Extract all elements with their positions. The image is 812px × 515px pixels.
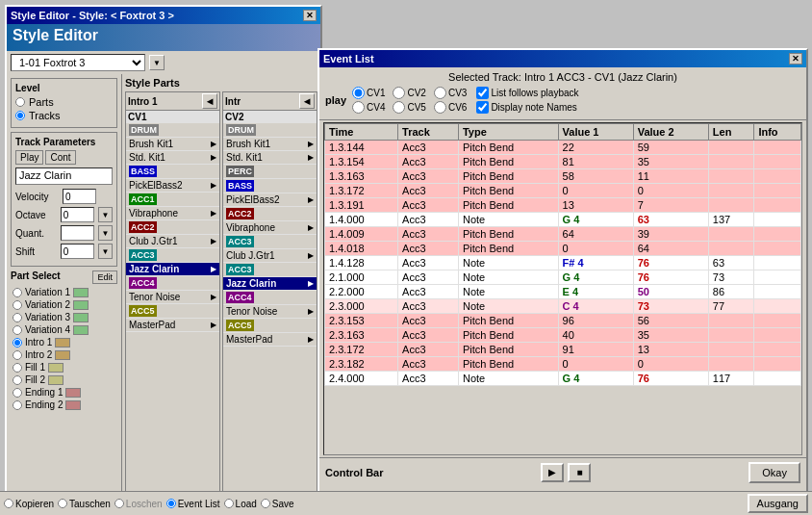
cv4-radio[interactable] — [352, 101, 365, 114]
display-note-names-checkbox[interactable] — [476, 101, 489, 114]
part-radio-variation1[interactable] — [13, 288, 22, 297]
list-item[interactable]: Jazz Clarin▶ — [126, 263, 219, 276]
table-row[interactable]: 2.3.153 Acc3 Pitch Bend 96 56 — [325, 314, 801, 328]
part-radio-intro1[interactable] — [13, 338, 22, 348]
part-radio-ending1[interactable] — [13, 388, 22, 398]
list-item[interactable]: ACC5 — [126, 304, 219, 319]
table-row[interactable]: 2.3.163 Acc3 Pitch Bend 40 35 — [325, 328, 801, 343]
level-tracks-radio[interactable] — [15, 111, 25, 120]
part-radio-ending2[interactable] — [13, 400, 22, 410]
table-row[interactable]: 2.4.000 Acc3 Note G 4 76 117 — [325, 372, 801, 386]
list-item[interactable]: DRUM — [223, 123, 317, 138]
part-radio-variation3[interactable] — [13, 313, 22, 322]
shift-spinner[interactable]: ▼ — [98, 244, 113, 259]
cv1-radio[interactable] — [352, 87, 365, 99]
style-name-select[interactable]: 1-01 Foxtrot 3 — [11, 54, 145, 71]
list-item[interactable]: Vibraphone▶ — [223, 221, 317, 235]
list-item[interactable]: ACC3 — [126, 248, 219, 263]
table-row[interactable]: 1.3.172 Acc3 Pitch Bend 0 0 — [325, 184, 801, 198]
table-row[interactable]: 1.3.163 Acc3 Pitch Bend 58 11 — [325, 169, 801, 184]
parts-col1-arrow[interactable]: ◀ — [202, 93, 217, 109]
parts-col2-arrow[interactable]: ◀ — [299, 93, 315, 109]
level-parts-radio[interactable] — [15, 97, 25, 107]
cv6-radio[interactable] — [434, 101, 446, 114]
part-radio-fill1[interactable] — [13, 363, 22, 373]
list-item[interactable]: ACC4 — [126, 276, 219, 291]
list-item[interactable]: PickElBass2▶ — [126, 179, 219, 193]
list-item[interactable]: Tenor Noise▶ — [126, 291, 219, 304]
list-item[interactable]: PickElBass2▶ — [223, 193, 317, 207]
tab-play[interactable]: Play — [15, 150, 43, 165]
okay-button[interactable]: Okay — [749, 462, 800, 483]
list-item: Variation 1 — [11, 286, 117, 298]
ausgang-button[interactable]: Ausgang — [748, 494, 808, 513]
table-row[interactable]: 1.3.191 Acc3 Pitch Bend 13 7 — [325, 198, 801, 213]
part-radio-variation4[interactable] — [13, 325, 22, 335]
load-radio[interactable] — [224, 499, 234, 508]
cv2-radio[interactable] — [393, 87, 405, 99]
loschen-radio[interactable] — [114, 499, 124, 508]
list-item[interactable]: ACC2 — [223, 207, 317, 221]
table-row[interactable]: 1.4.000 Acc3 Note G 4 63 137 — [325, 213, 801, 227]
list-item[interactable]: ACC3 — [223, 263, 317, 277]
octave-spinner[interactable]: ▼ — [98, 207, 113, 222]
stop-button[interactable]: ■ — [568, 463, 591, 482]
table-row[interactable]: 1.4.128 Acc3 Note F# 4 76 63 — [325, 256, 801, 270]
shift-input[interactable] — [61, 244, 94, 259]
table-row[interactable]: 2.1.000 Acc3 Note G 4 76 73 — [325, 270, 801, 285]
list-item[interactable]: ACC1 — [126, 193, 219, 207]
velocity-input[interactable] — [63, 189, 96, 204]
list-item[interactable]: PERC — [223, 165, 317, 179]
part-select-edit-button[interactable]: Edit — [92, 270, 117, 284]
cell-type: Note — [458, 270, 558, 285]
event-list-radio[interactable] — [166, 499, 176, 508]
part-radio-fill2[interactable] — [13, 375, 22, 385]
list-item[interactable]: BASS — [126, 165, 219, 179]
table-row[interactable]: 1.3.154 Acc3 Pitch Bend 81 35 — [325, 155, 801, 169]
list-item[interactable]: Jazz Clarin▶ — [223, 277, 317, 291]
style-editor-close-button[interactable]: ✕ — [303, 10, 317, 21]
style-name-dropdown-arrow[interactable]: ▼ — [149, 55, 165, 70]
table-row[interactable]: 1.4.009 Acc3 Pitch Bend 64 39 — [325, 227, 801, 242]
event-table-container[interactable]: Time Track Type Value 1 Value 2 Len Info… — [323, 122, 802, 455]
list-item[interactable]: Club J.Gtr1▶ — [223, 249, 317, 263]
list-item[interactable]: Std. Kit1▶ — [126, 151, 219, 165]
table-row[interactable]: 2.2.000 Acc3 Note E 4 50 86 — [325, 285, 801, 299]
part-radio-intro2[interactable] — [13, 350, 22, 360]
list-item[interactable]: MasterPad▶ — [223, 333, 317, 347]
list-item[interactable]: Std. Kit1▶ — [223, 151, 317, 165]
octave-input[interactable] — [61, 207, 94, 222]
list-follows-checkbox[interactable] — [476, 87, 489, 99]
table-row[interactable]: 1.4.018 Acc3 Pitch Bend 0 64 — [325, 242, 801, 256]
list-item[interactable]: ACC4 — [223, 291, 317, 305]
list-item[interactable]: Vibraphone▶ — [126, 207, 219, 220]
event-list-close-button[interactable]: ✕ — [789, 53, 802, 64]
table-row[interactable]: 2.3.172 Acc3 Pitch Bend 91 13 — [325, 343, 801, 357]
play-button[interactable]: ▶ — [541, 463, 564, 482]
cv3-radio[interactable] — [434, 87, 446, 99]
list-item[interactable]: ACC5 — [223, 319, 317, 333]
list-item[interactable]: Brush Kit1▶ — [223, 138, 317, 151]
table-row[interactable]: 2.3.000 Acc3 Note C 4 73 77 — [325, 299, 801, 314]
list-item[interactable]: BASS — [223, 179, 317, 193]
list-item[interactable]: Club J.Gtr1▶ — [126, 235, 219, 248]
quant-input[interactable] — [61, 225, 94, 241]
save-radio[interactable] — [261, 499, 270, 508]
cell-len — [708, 227, 754, 242]
table-row[interactable]: 2.3.182 Acc3 Pitch Bend 0 0 — [325, 357, 801, 372]
list-item[interactable]: MasterPad▶ — [126, 319, 219, 332]
list-item[interactable]: DRUM — [126, 123, 219, 138]
tab-cont[interactable]: Cont — [45, 150, 75, 165]
cell-info — [754, 314, 801, 328]
cv5-radio[interactable] — [393, 101, 405, 114]
tauschen-radio[interactable] — [58, 499, 67, 508]
part-radio-variation2[interactable] — [13, 300, 22, 310]
cell-time: 1.3.154 — [325, 155, 398, 169]
table-row[interactable]: 1.3.144 Acc3 Pitch Bend 22 59 — [325, 141, 801, 155]
list-item[interactable]: ACC2 — [126, 220, 219, 235]
list-item[interactable]: ACC3 — [223, 235, 317, 249]
list-item[interactable]: Brush Kit1▶ — [126, 138, 219, 151]
kopieren-radio[interactable] — [4, 499, 13, 508]
quant-spinner[interactable]: ▼ — [98, 225, 113, 241]
list-item[interactable]: Tenor Noise▶ — [223, 305, 317, 319]
